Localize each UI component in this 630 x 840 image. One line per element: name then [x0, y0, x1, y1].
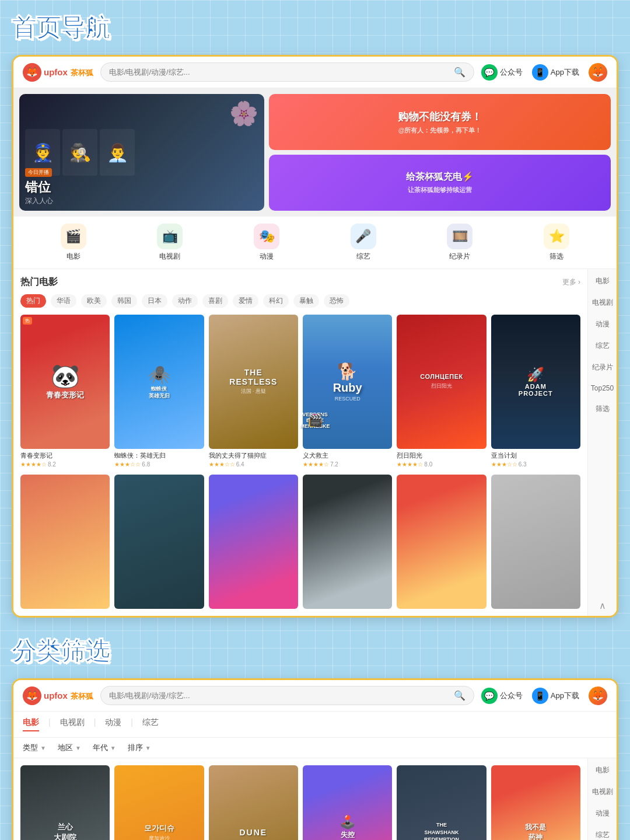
section2-browser: 🦊 upfox 茶杯狐 🔍 💬 公众号 📱 App下载 🦊 电影 | 电 [12, 678, 618, 840]
content-wrapper-2: 兰心大剧院 兰心大剧院 ★★★★☆ 7.2 모가디슈 摩加迪沙 [13, 758, 617, 840]
main-content-2: 兰心大剧院 兰心大剧院 ★★★★☆ 7.2 모가디슈 摩加迪沙 [13, 758, 587, 840]
